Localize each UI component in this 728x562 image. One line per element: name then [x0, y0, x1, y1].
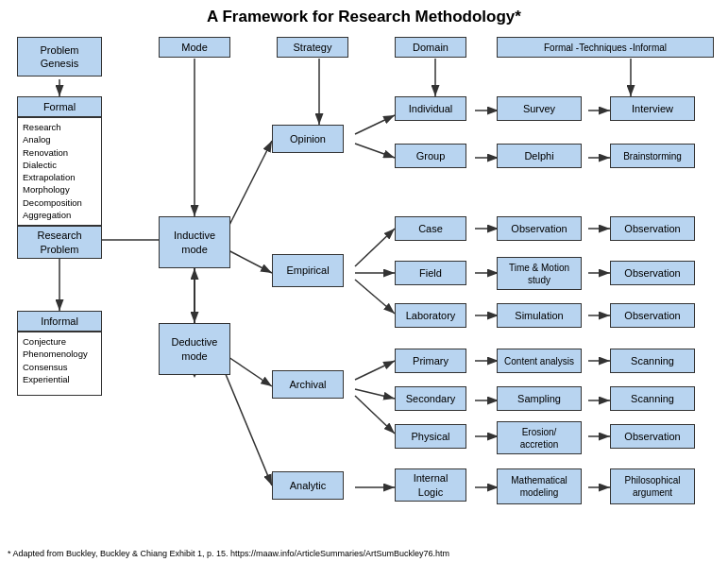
observation-3-box: Observation — [610, 303, 695, 328]
physical-box: Physical — [395, 424, 466, 449]
svg-line-22 — [355, 361, 395, 380]
opinion-box: Opinion — [272, 125, 344, 153]
archival-box: Archival — [272, 370, 344, 399]
field-box: Field — [395, 261, 466, 285]
svg-line-18 — [355, 144, 395, 158]
inductive-mode-box: Inductive mode — [159, 216, 230, 268]
footer-text: * Adapted from Buckley, Buckley & Chiang… — [8, 549, 449, 558]
problem-genesis-box: Problem Genesis — [17, 37, 102, 77]
svg-line-23 — [355, 389, 395, 399]
brainstorming-box: Brainstorming — [610, 144, 695, 168]
svg-line-21 — [355, 280, 395, 314]
observation-case-box: Observation — [497, 216, 582, 241]
mathematical-box: Mathematical modeling — [497, 468, 582, 504]
research-problem-box: Research Problem — [17, 226, 102, 259]
analytic-box: Analytic — [272, 471, 344, 500]
informal-header-box: Informal — [17, 311, 102, 332]
interview-box: Interview — [610, 96, 695, 121]
deductive-mode-box: Deductive mode — [159, 323, 230, 375]
time-motion-box: Time & Motion study — [497, 257, 582, 290]
delphi-box: Delphi — [497, 144, 582, 168]
philosophical-box: Philosophical argument — [610, 468, 695, 504]
content-analysis-box: Content analysis — [497, 349, 582, 373]
strategy-header-box: Strategy — [277, 37, 348, 58]
group-box: Group — [395, 144, 466, 168]
svg-line-24 — [355, 396, 395, 434]
case-box: Case — [395, 216, 466, 241]
diagram-container: A Framework for Research Methodology* — [0, 0, 728, 562]
formal-techniques-header-box: Formal -Techniques -Informal — [497, 37, 714, 58]
laboratory-box: Laboratory — [395, 303, 466, 328]
erosion-box: Erosion/ accretion — [497, 421, 582, 454]
secondary-box: Secondary — [395, 386, 466, 411]
internal-logic-box: Internal Logic — [395, 468, 466, 502]
svg-line-17 — [355, 115, 395, 134]
svg-line-19 — [355, 229, 395, 266]
mode-header-box: Mode — [159, 37, 230, 58]
sampling-box: Sampling — [497, 386, 582, 411]
simulation-box: Simulation — [497, 303, 582, 328]
survey-box: Survey — [497, 96, 582, 121]
svg-line-15 — [223, 367, 272, 485]
empirical-box: Empirical — [272, 254, 344, 287]
observation-2-box: Observation — [610, 261, 695, 285]
formal-list-box: Research Analog Renovation Dialectic Ext… — [17, 117, 102, 226]
primary-box: Primary — [395, 349, 466, 373]
individual-box: Individual — [395, 96, 466, 121]
scanning-2-box: Scanning — [610, 386, 695, 411]
observation-4-box: Observation — [610, 424, 695, 449]
main-area: Problem Genesis Formal Research Analog R… — [8, 32, 720, 542]
observation-1-box: Observation — [610, 216, 695, 241]
page-title: A Framework for Research Methodology* — [8, 8, 720, 26]
domain-header-box: Domain — [395, 37, 466, 58]
formal-header-box: Formal — [17, 96, 102, 117]
informal-list-box: Conjecture Phenomenology Consensus Exper… — [17, 332, 102, 396]
scanning-1-box: Scanning — [610, 349, 695, 373]
